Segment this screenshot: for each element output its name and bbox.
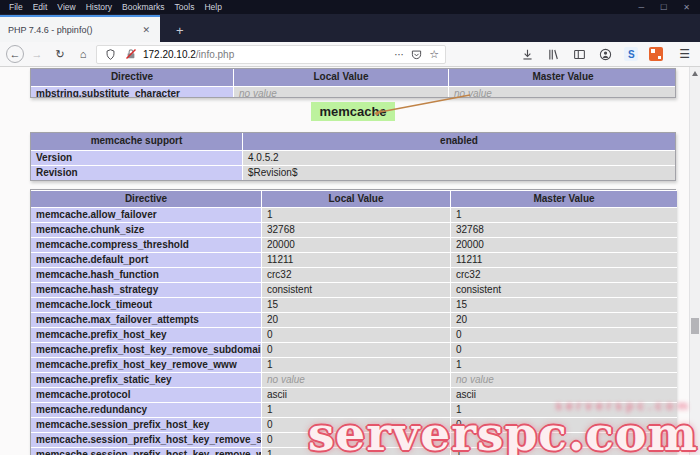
hamburger-menu-icon[interactable]: ☰ bbox=[679, 47, 690, 61]
column-header-directive: Directive bbox=[31, 190, 261, 207]
vertical-scrollbar[interactable] bbox=[689, 67, 700, 455]
menu-tools[interactable]: Tools bbox=[170, 2, 200, 12]
reload-button[interactable]: ↻ bbox=[50, 44, 70, 64]
table-row: Version 4.0.5.2 bbox=[31, 150, 675, 165]
url-host: 172.20.10.2 bbox=[143, 49, 196, 60]
pocket-icon[interactable] bbox=[409, 47, 424, 62]
annotation-arrow bbox=[340, 91, 480, 121]
shield-icon[interactable] bbox=[103, 47, 118, 62]
menu-bookmarks[interactable]: Bookmarks bbox=[117, 2, 170, 12]
menu-help[interactable]: Help bbox=[199, 2, 226, 12]
column-header-local-value: Local Value bbox=[261, 190, 450, 207]
master-value: 11211 bbox=[450, 252, 677, 267]
row-label: Revision bbox=[31, 165, 242, 180]
table-row: memcache.max_failover_attempts 20 20 bbox=[31, 312, 675, 327]
menu-view[interactable]: View bbox=[52, 2, 80, 12]
column-header-master-value: Master Value bbox=[448, 69, 676, 86]
local-value: 20000 bbox=[261, 237, 450, 252]
table-row: memcache.lock_timeout 15 15 bbox=[31, 297, 675, 312]
directive-name: memcache.protocol bbox=[31, 387, 261, 402]
library-icon[interactable] bbox=[546, 47, 561, 62]
table-row: Revision $Revision$ bbox=[31, 165, 675, 180]
tab-close-icon[interactable]: ✕ bbox=[140, 25, 152, 35]
navigation-toolbar: ← → ↻ ⌂ 172.20.10.2 /info.php ⋯ ☆ bbox=[0, 42, 700, 67]
local-value: 20 bbox=[261, 312, 450, 327]
forward-button[interactable]: → bbox=[27, 44, 47, 64]
menu-history[interactable]: History bbox=[81, 2, 117, 12]
watermark: serverspc.com bbox=[308, 406, 698, 455]
local-value: 0 bbox=[261, 342, 450, 357]
directive-name: memcache.chunk_size bbox=[31, 222, 261, 237]
scrollbar-thumb[interactable] bbox=[691, 318, 699, 334]
directive-name: memcache.allow_failover bbox=[31, 207, 261, 222]
master-value: consistent bbox=[450, 282, 677, 297]
directive-name: memcache.prefix_host_key_remove_subdomai… bbox=[31, 342, 261, 357]
row-value: $Revision$ bbox=[242, 165, 675, 180]
master-value: no value bbox=[448, 86, 676, 98]
menu-bar: File Edit View History Bookmarks Tools H… bbox=[0, 0, 700, 14]
minimize-icon[interactable]: ─ bbox=[638, 3, 644, 12]
directive-name: memcache.max_failover_attempts bbox=[31, 312, 261, 327]
column-header-master-value: Master Value bbox=[450, 190, 677, 207]
extension-s-icon[interactable]: S bbox=[624, 47, 638, 61]
insecure-lock-icon[interactable] bbox=[123, 47, 138, 62]
master-value: crc32 bbox=[450, 267, 677, 282]
directive-name: memcache.prefix_host_key_remove_www bbox=[31, 357, 261, 372]
directive-name: memcache.prefix_static_key bbox=[31, 372, 261, 387]
directive-name: memcache.session_prefix_host_key_remove_… bbox=[31, 447, 261, 455]
table-row: memcache.prefix_host_key_remove_subdomai… bbox=[31, 342, 675, 357]
master-value: 32768 bbox=[450, 222, 677, 237]
account-icon[interactable] bbox=[598, 47, 613, 62]
directive-name: memcache.redundancy bbox=[31, 402, 261, 417]
new-tab-button[interactable]: + bbox=[170, 23, 190, 42]
menu-edit[interactable]: Edit bbox=[28, 2, 53, 12]
local-value: 1 bbox=[261, 357, 450, 372]
sidebar-toggle-icon[interactable] bbox=[572, 47, 587, 62]
maximize-icon[interactable]: ☐ bbox=[660, 3, 667, 12]
menu-file[interactable]: File bbox=[4, 2, 28, 12]
local-value: 1 bbox=[261, 207, 450, 222]
directive-name: memcache.compress_threshold bbox=[31, 237, 261, 252]
tab-phpinfo[interactable]: PHP 7.4.6 - phpinfo() ✕ bbox=[0, 15, 160, 42]
toolbar-icons: S ☰ bbox=[520, 47, 694, 62]
support-header-value: enabled bbox=[242, 133, 675, 150]
download-icon[interactable] bbox=[520, 47, 535, 62]
local-value: no value bbox=[261, 372, 450, 387]
extension-orange-icon[interactable] bbox=[649, 47, 663, 61]
master-value: 1 bbox=[450, 207, 677, 222]
table-row: memcache.hash_strategy consistent consis… bbox=[31, 282, 675, 297]
table-row: memcache.default_port 11211 11211 bbox=[31, 252, 675, 267]
table-row: memcache.chunk_size 32768 32768 bbox=[31, 222, 675, 237]
row-value: 4.0.5.2 bbox=[242, 150, 675, 165]
local-value: 15 bbox=[261, 297, 450, 312]
tab-title: PHP 7.4.6 - phpinfo() bbox=[8, 25, 140, 35]
bookmark-star-icon[interactable]: ☆ bbox=[429, 48, 439, 61]
directive-name: memcache.session_prefix_host_key bbox=[31, 417, 261, 432]
table-header-row: memcache support enabled bbox=[31, 133, 675, 150]
master-value: 15 bbox=[450, 297, 677, 312]
local-value: consistent bbox=[261, 282, 450, 297]
table-row: memcache.allow_failover 1 1 bbox=[31, 207, 675, 222]
address-bar[interactable]: 172.20.10.2 /info.php ⋯ ☆ bbox=[96, 45, 446, 64]
close-icon[interactable]: ✕ bbox=[683, 3, 690, 12]
table-row: memcache.prefix_host_key 0 0 bbox=[31, 327, 675, 342]
master-value: no value bbox=[450, 372, 677, 387]
table-header-row: Directive Local Value Master Value bbox=[31, 69, 675, 86]
directive-name: mbstring.substitute_character bbox=[31, 86, 233, 98]
directive-name: memcache.prefix_host_key bbox=[31, 327, 261, 342]
back-button[interactable]: ← bbox=[6, 45, 24, 63]
master-value: 20 bbox=[450, 312, 677, 327]
local-value: crc32 bbox=[261, 267, 450, 282]
support-header-label: memcache support bbox=[31, 133, 242, 150]
local-value: 0 bbox=[261, 327, 450, 342]
column-header-directive: Directive bbox=[31, 69, 233, 86]
window-controls: ─ ☐ ✕ bbox=[638, 3, 696, 12]
scroll-up-icon[interactable] bbox=[692, 71, 698, 76]
tab-bar: PHP 7.4.6 - phpinfo() ✕ + bbox=[0, 14, 700, 42]
home-button[interactable]: ⌂ bbox=[73, 44, 93, 64]
table-row: memcache.compress_threshold 20000 20000 bbox=[31, 237, 675, 252]
local-value: 32768 bbox=[261, 222, 450, 237]
browser-window: File Edit View History Bookmarks Tools H… bbox=[0, 0, 700, 455]
directive-name: memcache.hash_function bbox=[31, 267, 261, 282]
page-actions-icon[interactable]: ⋯ bbox=[394, 49, 404, 60]
